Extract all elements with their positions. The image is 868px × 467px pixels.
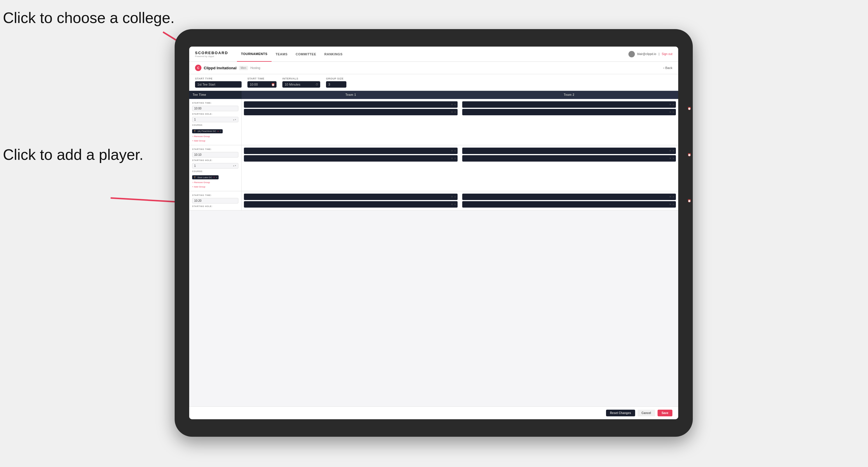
team2-cell-2: ✕ ≡ ✕ ≡ [460,145,678,191]
start-time-group: Start Time ⏰ [247,77,277,88]
player-slot-2-1[interactable]: ✕ ≡ [462,101,676,108]
x-icon-5-2[interactable]: ✕ [451,203,453,206]
player-slot-3-2[interactable]: ✕ ≡ [244,155,458,162]
remove-group-2[interactable]: ○ Remove Group [192,181,238,184]
menu-icon-1-2: ≡ [454,111,456,114]
start-type-label: Start Type [195,77,242,80]
start-time-wrap: ⏰ [247,81,277,88]
group-left-3: STARTING TIME: 10:20 ⏰ STARTING HOLE: [189,191,242,210]
add-group-1[interactable]: + Add Group [192,139,238,142]
table-row: STARTING TIME: 10:00 ⏰ STARTING HOLE: 1 … [189,99,678,145]
x-icon-6-2[interactable]: ✕ [669,203,672,206]
player-slot-6-2[interactable]: ✕ ≡ [462,201,676,208]
sign-out-link[interactable]: Sign out [662,53,672,56]
player-slot-5-1[interactable]: ✕ ≡ [244,194,458,200]
hole-arrows-1: ▲▼ [233,119,236,121]
x-icon-5-1[interactable]: ✕ [451,195,453,198]
nav-tab-rankings[interactable]: RANKINGS [320,46,347,62]
x-icon-2-2[interactable]: ✕ [669,111,672,114]
menu-icon-4-2: ≡ [673,157,674,160]
x-icon-1-2[interactable]: ✕ [451,111,453,114]
start-type-wrap: 1st Tee Start Shotgun Start [195,81,242,88]
x-icon-6-1[interactable]: ✕ [669,195,672,198]
col-tee-time: Tee Time [189,91,242,99]
start-time-label: Start Time [247,77,277,80]
user-avatar [628,51,635,57]
group-size-wrap: 3 4 2 [326,81,346,88]
starting-hole-label-3: STARTING HOLE: [192,205,238,207]
intervals-label: Intervals [282,77,320,80]
starting-time-label-3: STARTING TIME: [192,194,238,196]
x-icon-4-1[interactable]: ✕ [669,149,672,152]
group-size-select[interactable]: 3 4 2 [326,81,346,88]
starting-hole-input-1[interactable]: 1 ▲▼ [192,117,238,122]
starting-hole-input-2[interactable]: 1 ▲▼ [192,163,238,168]
starting-time-label-1: STARTING TIME: [192,102,238,104]
nav-tabs: TOURNAMENTS TEAMS COMMITTEE RANKINGS [237,46,628,62]
separator: | [659,53,659,56]
player-slot-4-1[interactable]: ✕ ≡ [462,148,676,154]
sub-header: C Clippd Invitational Men Hosting ‹ Back [189,62,678,74]
group-size-label: Group Size [326,77,346,80]
cancel-button[interactable]: Cancel [638,410,655,416]
group-size-group: Group Size 3 4 2 [326,77,346,88]
remove-course-2[interactable]: × [213,176,215,179]
nav-tab-tournaments[interactable]: TOURNAMENTS [237,46,272,62]
nav-bar: SCOREBOARD Powered by clippd TOURNAMENTS… [189,46,678,62]
table-header: Tee Time Team 1 Team 2 [189,91,678,99]
remove-group-1[interactable]: ○ Remove Group [192,135,238,138]
intervals-select[interactable]: 10 Minutes 8 Minutes 12 Minutes [282,81,320,88]
save-button[interactable]: Save [657,410,672,416]
form-row: Start Type 1st Tee Start Shotgun Start S… [189,74,678,91]
annotation-top-text: Click to choose a college. [3,9,175,26]
sub-header-left: C Clippd Invitational Men Hosting [195,65,260,71]
x-icon-1-1[interactable]: ✕ [451,103,453,106]
player-slot-3-1[interactable]: ✕ ≡ [244,148,458,154]
annotation-top: Click to choose a college. [3,9,175,27]
menu-icon-3-2: ≡ [454,157,456,160]
remove-course-1[interactable]: × [217,130,219,133]
starting-hole-label-2: STARTING HOLE: [192,159,238,161]
logo-title: SCOREBOARD [195,51,228,55]
intervals-group: Intervals 10 Minutes 8 Minutes 12 Minute… [282,77,320,88]
player-slot-6-1[interactable]: ✕ ≡ [462,194,676,200]
schedule-table: Tee Time Team 1 Team 2 STARTING TIME: 10… [189,91,678,406]
annotation-bottom: Click to add a player. [3,146,144,164]
course-badge-2[interactable]: 🏌 East Lake GC × ≡ [192,175,219,179]
clock-icon: ⏰ [271,83,275,86]
course-label-1: COURSE: [192,124,238,126]
player-slot-1-1[interactable]: ✕ ≡ [244,101,458,108]
tablet-frame: SCOREBOARD Powered by clippd TOURNAMENTS… [175,29,693,437]
nav-tab-committee[interactable]: COMMITTEE [292,46,320,62]
starting-time-input-2[interactable]: 10:10 ⏰ [192,152,238,157]
starting-time-input-1[interactable]: 10:00 ⏰ [192,106,238,111]
table-row: STARTING TIME: 10:20 ⏰ STARTING HOLE: ✕ … [189,191,678,211]
menu-icon-1-1: ≡ [454,103,456,106]
course-tag-1: 🏌 (A) Peachtree GC × ≡ [192,128,238,133]
player-slot-4-2[interactable]: ✕ ≡ [462,155,676,162]
course-label-2: COURSE: [192,170,238,173]
player-slot-2-2[interactable]: ✕ ≡ [462,109,676,115]
table-row: STARTING TIME: 10:10 ⏰ STARTING HOLE: 1 … [189,145,678,192]
player-slot-5-2[interactable]: ✕ ≡ [244,201,458,208]
back-link[interactable]: ‹ Back [663,66,672,70]
user-email: blair@clippd.io [637,53,656,56]
intervals-wrap: 10 Minutes 8 Minutes 12 Minutes ⏱ [282,81,320,88]
starting-hole-label-1: STARTING HOLE: [192,113,238,115]
x-icon-3-2[interactable]: ✕ [451,157,453,160]
starting-time-label-2: STARTING TIME: [192,148,238,150]
x-icon-4-2[interactable]: ✕ [669,157,672,160]
add-group-2[interactable]: + Add Group [192,185,238,188]
logo-sub: Powered by clippd [195,55,228,58]
menu-icon-5-1: ≡ [454,195,456,198]
starting-time-input-3[interactable]: 10:20 ⏰ [192,198,238,204]
nav-tab-teams[interactable]: TEAMS [272,46,292,62]
x-icon-2-1[interactable]: ✕ [669,103,672,106]
interval-icon: ⏱ [315,83,318,86]
x-icon-3-1[interactable]: ✕ [451,149,453,152]
player-slot-1-2[interactable]: ✕ ≡ [244,109,458,115]
reset-button[interactable]: Reset Changes [606,410,635,416]
course-badge-1[interactable]: 🏌 (A) Peachtree GC × ≡ [192,129,223,133]
tablet-screen: SCOREBOARD Powered by clippd TOURNAMENTS… [189,46,678,419]
start-type-select[interactable]: 1st Tee Start Shotgun Start [195,81,242,88]
